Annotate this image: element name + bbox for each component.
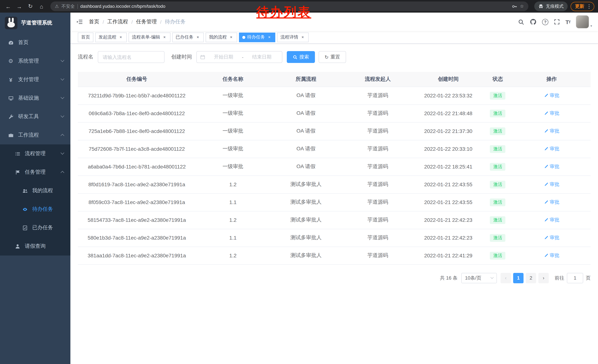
- tab-my-process[interactable]: 我的流程 ×: [206, 32, 237, 42]
- page-button-2[interactable]: 2: [526, 273, 536, 283]
- close-icon[interactable]: ×: [300, 35, 305, 40]
- cell-action: 审批: [513, 247, 590, 264]
- sidebar-item-done-task[interactable]: 已办任务: [0, 218, 70, 237]
- edit-pen-icon: [544, 111, 548, 115]
- bookmark-star-icon[interactable]: ☆: [520, 4, 524, 9]
- update-button[interactable]: 更新 ⋮: [571, 2, 594, 11]
- sidebar-item-task-mgmt[interactable]: 任务管理: [0, 163, 70, 181]
- breadcrumb-home[interactable]: 首页: [89, 18, 99, 25]
- end-date-placeholder[interactable]: 结束日期: [245, 54, 279, 60]
- search-button[interactable]: 搜索: [287, 51, 315, 63]
- search-button-label: 搜索: [299, 54, 309, 60]
- help-icon[interactable]: ?: [542, 19, 548, 25]
- password-key-icon[interactable]: [512, 4, 517, 9]
- close-icon[interactable]: ×: [267, 35, 272, 40]
- approve-link[interactable]: 审批: [544, 199, 559, 205]
- app-title: 芋道管理系统: [21, 20, 52, 26]
- process-name-input[interactable]: [98, 51, 165, 63]
- tab-done-task[interactable]: 已办任务 ×: [172, 32, 204, 42]
- github-icon[interactable]: [530, 18, 537, 25]
- close-icon[interactable]: ×: [195, 35, 200, 40]
- app-logo[interactable]: 芋道管理系统: [0, 13, 70, 33]
- prev-page-button[interactable]: ‹: [500, 273, 511, 283]
- user-menu[interactable]: ▾: [576, 15, 592, 29]
- cell-process: OA 请假: [270, 105, 342, 122]
- sidebar-item-workflow[interactable]: 工作流程: [0, 126, 70, 145]
- cell-created: 2022-01-22 23:53:32: [414, 87, 483, 105]
- page-button-1[interactable]: 1: [513, 273, 523, 283]
- close-icon[interactable]: ×: [162, 35, 167, 40]
- reset-button[interactable]: ↻ 重置: [319, 51, 346, 63]
- sidebar-item-payment[interactable]: ¥ 支付管理: [0, 70, 70, 89]
- create-time-label: 创建时间: [171, 54, 192, 60]
- sidebar-item-label: 我的流程: [32, 187, 53, 194]
- approve-link[interactable]: 审批: [544, 181, 559, 188]
- cell-process: OA 请假: [270, 140, 342, 158]
- sidebar-item-todo-task[interactable]: 待办任务: [0, 200, 70, 218]
- edit-pen-icon: [544, 164, 548, 169]
- approve-link[interactable]: 审批: [544, 235, 559, 241]
- approve-link[interactable]: 审批: [544, 146, 559, 152]
- fullscreen-icon[interactable]: [554, 19, 560, 25]
- refresh-icon: ↻: [324, 54, 329, 60]
- cell-created: 2022-01-22 20:33:10: [414, 140, 483, 158]
- cell-task-id: 725a1eb6-7b88-11ec-8ef0-acde48001122: [78, 122, 196, 140]
- avatar[interactable]: [576, 15, 589, 29]
- next-page-button[interactable]: ›: [538, 273, 549, 283]
- todo-task-table: 任务编号 任务名称 所属流程 流程发起人 创建时间 状态 操作 73211d9d…: [78, 72, 590, 265]
- tab-home[interactable]: 首页: [78, 32, 93, 42]
- close-icon[interactable]: ×: [118, 35, 123, 40]
- tab-start-process[interactable]: 发起流程 ×: [95, 32, 127, 42]
- date-range-picker[interactable]: 开始日期 - 结束日期: [196, 51, 282, 63]
- browser-menu-icon[interactable]: ⋮: [587, 3, 592, 9]
- url-text[interactable]: dashboard.yudao.iocoder.cn/bpm/task/todo: [80, 4, 166, 9]
- search-icon[interactable]: [518, 19, 524, 25]
- approve-link-label: 审批: [550, 235, 559, 241]
- approve-link[interactable]: 审批: [544, 252, 559, 259]
- chevron-down-icon: [61, 114, 64, 118]
- approve-link[interactable]: 审批: [544, 128, 559, 134]
- font-size-icon[interactable]: TT: [565, 19, 570, 25]
- warning-icon: ⚠: [55, 4, 59, 9]
- sidebar-item-leave-query[interactable]: 请假查询: [0, 237, 70, 256]
- back-icon[interactable]: ←: [3, 1, 13, 11]
- breadcrumb-workflow[interactable]: 工作流程: [107, 18, 128, 25]
- approve-link[interactable]: 审批: [544, 217, 559, 223]
- process-name-label: 流程名: [78, 54, 93, 60]
- tab-form-edit[interactable]: 流程表单-编辑 ×: [129, 32, 170, 42]
- approve-link-label: 审批: [550, 146, 559, 152]
- home-icon[interactable]: ⌂: [36, 1, 47, 11]
- approve-link-label: 审批: [550, 163, 559, 170]
- caret-down-icon: ▾: [590, 24, 592, 29]
- sidebar-item-devtools[interactable]: 研发工具: [0, 107, 70, 126]
- approve-link[interactable]: 审批: [544, 163, 559, 170]
- cell-status: 激活: [483, 105, 513, 122]
- goto-page-input[interactable]: [567, 273, 583, 283]
- approve-link[interactable]: 审批: [544, 92, 559, 99]
- close-icon[interactable]: ×: [229, 35, 234, 40]
- cell-task-name: 一级审批: [196, 122, 270, 140]
- cell-task-name: 一级审批: [196, 140, 270, 158]
- start-date-placeholder[interactable]: 开始日期: [207, 54, 241, 60]
- sidebar-item-system[interactable]: ⚙ 系统管理: [0, 52, 70, 70]
- sidebar-item-infrastructure[interactable]: 基础设施: [0, 89, 70, 107]
- cell-task-name: 1.2: [196, 247, 270, 264]
- forward-icon[interactable]: →: [14, 1, 25, 11]
- sidebar-item-home[interactable]: 首页: [0, 33, 70, 52]
- security-label[interactable]: 不安全: [61, 3, 75, 9]
- reload-icon[interactable]: ↻: [25, 1, 36, 11]
- sidebar: 芋道管理系统 首页 ⚙ 系统管理 ¥ 支付管理: [0, 13, 70, 364]
- cell-task-id: 381aa1dd-7ac8-11ec-a9e2-a2380e71991a: [78, 247, 196, 264]
- breadcrumb-task-mgmt[interactable]: 任务管理: [136, 18, 157, 25]
- sidebar-item-my-process[interactable]: 我的流程: [0, 181, 70, 200]
- tab-process-detail[interactable]: 流程详情 ×: [277, 32, 309, 42]
- cell-action: 审批: [513, 140, 590, 158]
- approve-link[interactable]: 审批: [544, 110, 559, 117]
- page-size-select[interactable]: 10条/页: [461, 273, 497, 283]
- workflow-submenu: 流程管理 任务管理 我的流程: [0, 145, 70, 256]
- collapse-sidebar-icon[interactable]: [76, 18, 83, 25]
- tab-todo-task[interactable]: 待办任务 ×: [239, 32, 275, 42]
- sidebar-item-process-mgmt[interactable]: 流程管理: [0, 145, 70, 163]
- cell-process: 测试多审批人: [270, 193, 342, 211]
- screen: ← → ↻ ⌂ ⚠ 不安全 dashboard.yudao.iocoder.cn…: [0, 0, 598, 364]
